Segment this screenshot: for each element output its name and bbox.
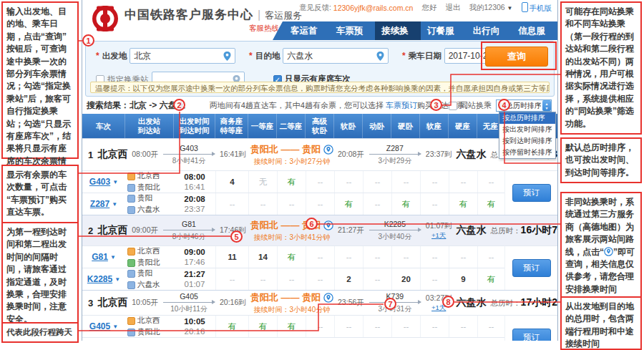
station-type-icon bbox=[127, 172, 135, 180]
sort-option-arrival-time[interactable]: 按到达时间排序 bbox=[499, 135, 555, 147]
total-duration: 总历时：16小时7分钟 bbox=[491, 224, 557, 237]
route-map-icon bbox=[604, 247, 613, 256]
marker-3: 3 bbox=[430, 99, 442, 111]
marker-2: 2 bbox=[173, 99, 185, 111]
callout-same-station-filter: 可能存在同站换乘和不同车站换乘（第一段行程的到达站和第二段行程的出发站不同）两种… bbox=[560, 1, 642, 135]
route-map-icon[interactable] bbox=[323, 293, 333, 303]
station-type-icon bbox=[127, 206, 135, 214]
to-input[interactable]: 六盘水 bbox=[283, 48, 389, 64]
china-railway-logo-icon bbox=[91, 4, 119, 36]
marker-7: 7 bbox=[384, 298, 396, 310]
chevron-down-icon[interactable]: ▼ bbox=[112, 179, 118, 185]
tab-meal-service[interactable]: 订餐服务 bbox=[421, 21, 467, 40]
sort-option-total-time[interactable]: 按总历时排序 bbox=[499, 112, 555, 124]
transfer-info: 贵阳北 —— 贵阳 接续时间：3小时40分钟 bbox=[250, 291, 333, 315]
marker-5: 5 bbox=[230, 230, 243, 243]
leg1-arrow: G40510小时11分 bbox=[162, 292, 215, 314]
book-button[interactable]: 预订 bbox=[512, 259, 551, 277]
mobile-version-link[interactable]: 手机版 bbox=[522, 2, 552, 14]
warm-notice: 温馨提示：以下仅为您展示途中换乘一次的部分列车余票信息，购票时请您充分考虑各种影… bbox=[90, 82, 550, 93]
phone-icon bbox=[522, 2, 528, 12]
station-type-icon bbox=[127, 259, 135, 267]
book-button[interactable]: 预订 bbox=[512, 329, 551, 341]
feedback-email-link[interactable]: 12306yjfk@rails.com.cn bbox=[333, 4, 414, 12]
chevron-down-icon: ▼ bbox=[507, 5, 513, 11]
station-type-icon bbox=[127, 184, 135, 192]
brand: 中国铁路客户服务中心 | 客运服务 客服热线:12306 bbox=[91, 4, 302, 36]
to-label: 目的地 bbox=[255, 51, 280, 62]
train-code-link[interactable]: G403 bbox=[89, 177, 110, 187]
station-type-icon bbox=[127, 329, 135, 336]
itinerary-group: 1 北京西 08:00开 G4038小时41分 16:41到 贵阳北 —— 贵阳… bbox=[82, 138, 557, 215]
callout-search-explanation: 输入出发地、目的地、乘车日期，点击“查询”按钮后，可查询途中换乘一次的部分列车余… bbox=[1, 1, 79, 159]
query-button[interactable]: 查询 bbox=[485, 47, 548, 67]
itinerary-group: 2 北京西 09:00开 G818小时46分 17:46到 贵阳北 —— 贵阳 … bbox=[82, 215, 557, 290]
train-row: G81▼ 北京西 贵阳北 09:0017:46 11 14 有 -- -- --… bbox=[82, 246, 504, 268]
station-type-icon bbox=[127, 270, 135, 278]
site-header: 中国铁路客户服务中心 | 客运服务 客服热线:12306 意见反馈: 12306… bbox=[82, 0, 557, 40]
itinerary-summary: 2 北京西 09:00开 G818小时46分 17:46到 贵阳北 —— 贵阳 … bbox=[82, 215, 557, 246]
tab-info-service[interactable]: 信息服务 bbox=[512, 21, 557, 40]
chevron-down-icon[interactable]: ▼ bbox=[112, 201, 117, 208]
same-station-filter: 同站换乘 bbox=[449, 100, 492, 111]
train-row-partial: 贵阳 23:56 bbox=[82, 337, 504, 341]
site-title: 中国铁路客户服务中心 bbox=[125, 6, 253, 23]
from-field: * 出发地 北京 bbox=[96, 48, 235, 64]
results-label: 搜索结果：北京 -> 六盘水 bbox=[87, 99, 185, 112]
marker-6: 6 bbox=[306, 218, 318, 230]
ticket-booking-link[interactable]: 车票预订 bbox=[386, 101, 417, 110]
same-station-checkbox[interactable] bbox=[449, 102, 457, 110]
plus-one-day-link[interactable]: +1天 bbox=[431, 231, 446, 240]
sort-option-departure-time[interactable]: 按出发时间排序 bbox=[499, 124, 555, 135]
sort-option-stopover-time[interactable]: 按停留时长排序 bbox=[499, 147, 555, 158]
train-code-link[interactable]: K2285 bbox=[87, 274, 112, 284]
my-12306-menu[interactable]: 我的12306 ▼ bbox=[469, 3, 512, 13]
chevron-down-icon[interactable]: ▼ bbox=[112, 324, 118, 330]
location-pin-icon bbox=[223, 52, 231, 61]
from-input[interactable]: 北京 bbox=[130, 48, 235, 64]
logout-link[interactable]: 退出 bbox=[445, 3, 460, 13]
leg2-arrow: Z2873小时29分 bbox=[369, 144, 421, 166]
route-map-icon[interactable] bbox=[323, 145, 333, 155]
train-code-link[interactable]: G405 bbox=[89, 321, 110, 331]
train-code-link[interactable]: G81 bbox=[92, 252, 108, 262]
results-bar: 搜索结果：北京 -> 六盘水 两地间有4趟直达车，其中4趟有余票，您可以选择 车… bbox=[87, 99, 553, 112]
greeting-text: 您好 bbox=[421, 3, 436, 13]
train-row: G403▼ 北京西 贵阳北 08:0016:41 4 无 有 -- -- -- … bbox=[82, 170, 504, 193]
destination-station: 六盘水 bbox=[457, 224, 487, 237]
station-type-icon bbox=[127, 317, 135, 325]
tab-ticket-booking[interactable]: 车票预订 bbox=[330, 21, 376, 40]
station-type-icon bbox=[127, 248, 135, 256]
transfer-info: 贵阳北 —— 贵阳 接续时间：3小时41分钟 bbox=[250, 219, 333, 243]
marker-4: 4 bbox=[498, 99, 510, 111]
route-map-icon[interactable] bbox=[323, 220, 333, 230]
book-button[interactable]: 预订 bbox=[512, 184, 551, 202]
title-divider: | bbox=[258, 9, 260, 21]
departure-station: 北京西 bbox=[97, 148, 127, 161]
chevron-down-icon[interactable]: ▼ bbox=[110, 254, 116, 261]
same-station-label: 同站换乘 bbox=[460, 100, 492, 111]
tab-travel-guide[interactable]: 出行向导 bbox=[467, 21, 512, 40]
railway-app-window: 中国铁路客户服务中心 | 客运服务 客服热线:12306 意见反馈: 12306… bbox=[82, 0, 558, 341]
callout-direct-trains: 显示有余票的车次数量，可点击“车票预订”购买直达车票。 bbox=[1, 165, 79, 223]
station-type-icon bbox=[127, 195, 135, 203]
station-type-icon bbox=[127, 281, 135, 289]
leg2-arrow: K22853小时40分 bbox=[369, 220, 421, 242]
utility-bar: 意见反馈: 12306yjfk@rails.com.cn 您好 退出 我的123… bbox=[299, 2, 552, 14]
from-label: 出发地 bbox=[102, 51, 127, 62]
chevron-down-icon[interactable]: ▼ bbox=[114, 276, 120, 283]
train-code-link[interactable]: Z287 bbox=[90, 199, 109, 209]
transfer-info: 贵阳北 —— 贵阳 接续时间：3小时27分钟 bbox=[250, 143, 333, 167]
tab-passenger-home[interactable]: 客运首页 bbox=[284, 21, 330, 40]
itinerary-group: 3 北京西 10:05开 G40510小时11分 20:16到 贵阳北 —— 贵… bbox=[82, 290, 557, 341]
tab-transfer[interactable]: 接续换乘 bbox=[375, 21, 421, 40]
callout-transfer-interval: 为第一程到达时间和第二程出发时间的间隔时间，请旅客通过指定通道，及时换乘，合理安… bbox=[1, 222, 79, 330]
search-panel: * 出发地 北京 * 目的地 六盘水 * 乘车日期 2017-10-20 查询 bbox=[85, 41, 555, 97]
spinner-arrows-icon[interactable]: ▲▼ bbox=[542, 100, 551, 111]
marker-8: 8 bbox=[442, 296, 454, 308]
marker-1: 1 bbox=[82, 34, 94, 47]
date-label: 乘车日期 bbox=[409, 51, 441, 62]
departure-station: 北京西 bbox=[97, 224, 127, 237]
train-row: G405▼ 北京西 贵阳北 10:0520:16 有 有 有 -- -- -- … bbox=[82, 315, 504, 337]
sort-dropdown-menu: 按总历时排序 按出发时间排序 按到达时间排序 按停留时长排序 bbox=[499, 112, 556, 159]
